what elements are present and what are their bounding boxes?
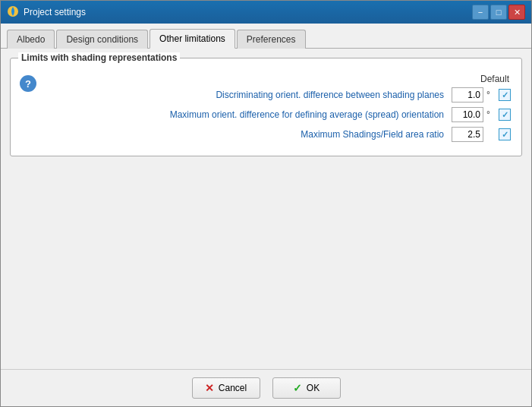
setting-input-1[interactable] (452, 87, 483, 103)
checkbox-cell-1: ✓ (497, 87, 512, 103)
close-button[interactable]: ✕ (508, 5, 525, 20)
checkbox-cell-3: ✓ (497, 127, 512, 142)
title-bar: Project settings − □ ✕ (1, 1, 531, 24)
cancel-label: Cancel (219, 383, 247, 393)
tab-bar: Albedo Design conditions Other limitatio… (1, 24, 531, 49)
setting-row-1: Discriminating orient. difference betwee… (42, 87, 512, 103)
ok-icon: ✓ (293, 382, 302, 394)
cancel-icon: ✕ (205, 382, 214, 394)
setting-row-2: Maximum orient. difference for defining … (42, 107, 512, 122)
setting-label-2: Maximum orient. difference for defining … (42, 109, 449, 120)
minimize-button[interactable]: − (472, 5, 489, 20)
setting-label-3: Maximum Shadings/Field area ratio (42, 129, 449, 140)
header-row: ? Default Discriminating orient. differe… (20, 74, 512, 147)
default-column-header: Default (42, 74, 512, 84)
checkbox-3[interactable]: ✓ (499, 128, 511, 140)
maximize-button[interactable]: □ (490, 5, 507, 20)
degree-symbol-2: ° (486, 109, 494, 120)
tab-albedo[interactable]: Albedo (7, 30, 55, 49)
degree-symbol-1: ° (486, 90, 494, 100)
setting-label-1: Discriminating orient. difference betwee… (42, 90, 449, 100)
group-box-content: ? Default Discriminating orient. differe… (20, 74, 512, 147)
main-window: Project settings − □ ✕ Albedo Design con… (0, 0, 532, 407)
checkmark-3: ✓ (502, 130, 508, 140)
settings-rows: Default Discriminating orient. differenc… (42, 74, 512, 147)
group-box-title: Limits with shading representations (18, 52, 180, 63)
cancel-button[interactable]: ✕ Cancel (192, 377, 260, 399)
content-area: Limits with shading representations ? De… (1, 49, 531, 369)
limits-group-box: Limits with shading representations ? De… (10, 58, 522, 156)
ok-button[interactable]: ✓ OK (272, 377, 341, 399)
tab-design-conditions[interactable]: Design conditions (56, 30, 148, 49)
checkmark-2: ✓ (502, 110, 508, 120)
setting-input-3[interactable] (452, 127, 483, 142)
checkbox-1[interactable]: ✓ (499, 89, 511, 101)
checkbox-cell-2: ✓ (497, 107, 512, 122)
setting-input-2[interactable] (452, 107, 483, 122)
tab-other-limitations[interactable]: Other limitations (150, 29, 235, 49)
checkmark-1: ✓ (502, 90, 508, 100)
window-title: Project settings (24, 7, 86, 17)
footer: ✕ Cancel ✓ OK (1, 369, 531, 406)
tab-preferences[interactable]: Preferences (237, 30, 306, 49)
help-icon[interactable]: ? (20, 75, 36, 92)
ok-label: OK (307, 383, 320, 393)
window-icon (7, 5, 19, 20)
checkbox-2[interactable]: ✓ (499, 109, 511, 121)
title-bar-left: Project settings (7, 5, 86, 20)
setting-row-3: Maximum Shadings/Field area ratio ✓ (42, 127, 512, 142)
title-bar-buttons: − □ ✕ (472, 5, 525, 20)
